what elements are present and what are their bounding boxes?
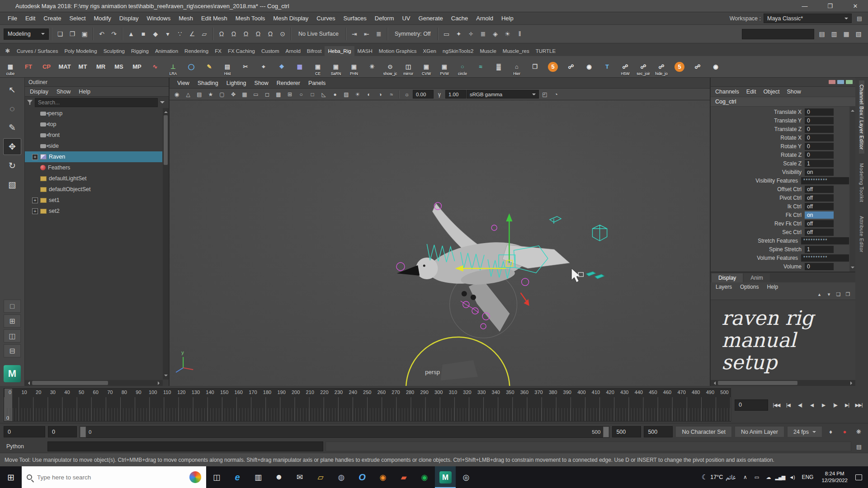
shelf-skeleton-button[interactable]: ☍ [689,57,706,76]
shelf-secjoir-button[interactable]: ☍ sec_joir [635,57,652,76]
step-forward-key-button[interactable]: |▶ [830,399,841,411]
shelf-tab[interactable]: Motion Graphics [376,46,420,56]
shelf-tab[interactable]: ngSkinTools2 [439,46,476,56]
channel-attribute-value[interactable]: on [805,211,834,219]
show-manipulators-icon[interactable] [829,80,835,84]
range-end-handle[interactable] [603,427,609,437]
store-icon[interactable]: ▥ [248,466,269,488]
shelf-tab[interactable]: XGen [420,46,439,56]
channel-attribute-value[interactable]: 0 [805,134,834,141]
shelf-mt-button[interactable]: MT [74,57,91,76]
expand-toggle[interactable]: + [32,154,38,160]
outliner-item-defaultobjectset[interactable]: defaultObjectSet [25,184,162,195]
shelf-screen-button[interactable]: ▓ [490,57,507,76]
shelf-mask-button[interactable]: ◉ [580,57,598,76]
select-lines-icon[interactable]: ∠ [186,28,198,40]
expand-toggle[interactable] [32,132,38,138]
shelf-nurbs-circle-button[interactable]: ◯ [183,57,200,76]
raven-model[interactable] [397,203,570,332]
attribute-editor-toggle-icon[interactable]: ▦ [840,28,852,40]
layer-editor-menu-item[interactable]: Layers [712,282,736,291]
smooth-shade-mode-icon[interactable]: ● [330,89,340,99]
menu-item[interactable]: UV [398,12,414,25]
character-key-icon[interactable]: ♦ [825,426,836,437]
snap-to-grid-icon[interactable]: Ω [216,28,227,40]
channel-attribute-value[interactable]: ********** [801,237,849,244]
shelf-tab[interactable]: Muscle_res [500,46,533,56]
scrollbar-thumb[interactable] [718,381,797,385]
shelf-star-button[interactable]: ✳ [363,57,381,76]
channel-attribute-value[interactable]: 1 [805,246,834,253]
shelf-h5w-button[interactable]: ☍ H5W [617,57,634,76]
selection-mask-dropdown-icon[interactable]: ▾ [162,28,174,40]
start-button[interactable]: ⊞ [0,466,22,488]
shelf-tab[interactable]: Muscle [476,46,499,56]
gamma-field[interactable]: 1.00 [445,90,466,99]
view-transform-selector[interactable]: sRGB gamma [467,90,539,99]
select-hierarchy-icon[interactable]: ▲ [125,28,137,40]
shelf-tab[interactable]: FX Caching [225,46,258,56]
shelf-tab[interactable]: Bifrost [304,46,325,56]
shelf-tab[interactable]: Curves / Surfaces [14,46,61,56]
shadows-toggle-icon[interactable]: ◐ [363,89,374,99]
outliner-horizontal-scrollbar[interactable] [25,380,163,386]
shelf-mirror-button[interactable]: ◫ mirror [400,57,417,76]
outliner-item-top[interactable]: top [25,119,162,130]
quick-selection-input[interactable] [742,29,814,39]
outliner-item-set1[interactable]: + set1 [25,195,162,206]
select-object-icon[interactable]: ■ [137,28,149,40]
Translate X[interactable]: Translate X 0 [711,108,849,116]
Stretch Features[interactable]: Stretch Features ********** [711,236,849,245]
isolate-select-icon[interactable]: ◰ [539,89,550,99]
xray-icon[interactable]: ◔ [551,89,561,99]
lasso-tool-button[interactable]: ◌ [3,100,21,117]
channel-attribute-value[interactable]: off [805,220,834,227]
paint-select-tool-button[interactable]: ✎ [3,119,21,136]
viewport-menu-item[interactable]: Renderer [273,80,304,86]
channel-attribute-value[interactable]: 0 [805,126,834,133]
menu-item[interactable]: Arnold [472,12,497,25]
action-center-button[interactable] [852,474,865,480]
shelf-hidejo-button[interactable]: ☍ hide_jo [653,57,670,76]
snap-to-point-icon[interactable]: Ω [240,28,252,40]
range-start-handle[interactable] [80,427,86,437]
menu-item[interactable]: Display [115,12,143,25]
workspace-selector[interactable]: Maya Classic* [764,14,852,23]
shelf-mask2-button[interactable]: ◉ [707,57,724,76]
channel-box-menu-item[interactable]: Channels [712,89,743,95]
textured-mode-icon[interactable]: ▨ [341,89,352,99]
expand-toggle[interactable] [32,176,38,182]
shelf-mr-button[interactable]: MR [92,57,109,76]
weather-widget[interactable]: ☾ 17°C غائم [698,473,740,481]
menu-item[interactable]: Cache [447,12,472,25]
shelf-tab[interactable]: Poly Modeling [61,46,100,56]
grid-toggle-icon[interactable]: ▦ [239,89,250,99]
close-button[interactable]: ✕ [843,0,868,12]
wireframe-mode-icon[interactable]: ◺ [318,89,329,99]
outliner-item-defaultlightset[interactable]: defaultLightSet [25,173,162,184]
exposure-field[interactable]: 0.00 [413,90,434,99]
safe-title-icon[interactable]: □ [307,89,318,99]
menu-item[interactable]: Edit [21,12,39,25]
expand-toggle[interactable] [32,111,38,117]
scrollbar-thumb[interactable] [164,115,168,165]
layer-editor-tab[interactable]: Display [712,273,743,282]
shelf-duplicate-button[interactable]: ❐ [526,57,543,76]
menu-item[interactable]: Select [65,12,90,25]
channel-attribute-value[interactable]: 0 [805,117,834,124]
maximize-button[interactable]: ❐ [817,0,843,12]
outliner-menu-item[interactable]: Show [52,87,75,96]
shelf-ms-button[interactable]: MS [110,57,127,76]
expand-toggle[interactable] [32,165,38,171]
channel-attribute-value[interactable]: 1 [805,160,834,167]
scroll-right-icon[interactable] [158,381,161,385]
shelf-tab[interactable]: Animation [152,46,181,56]
Spine Stretch[interactable]: Spine Stretch 1 [711,245,849,253]
shelf-lra-button[interactable]: ⊥ LRA [165,57,182,76]
modeling-toolkit-toggle-icon[interactable]: ▤ [816,28,828,40]
step-back-key-button[interactable]: ◀| [794,399,806,411]
menu-item[interactable]: Modify [90,12,115,25]
search-highlights-icon[interactable] [189,471,201,483]
animation-preferences-button[interactable]: ❋ [853,426,864,437]
play-backward-button[interactable]: ◀ [806,399,817,411]
